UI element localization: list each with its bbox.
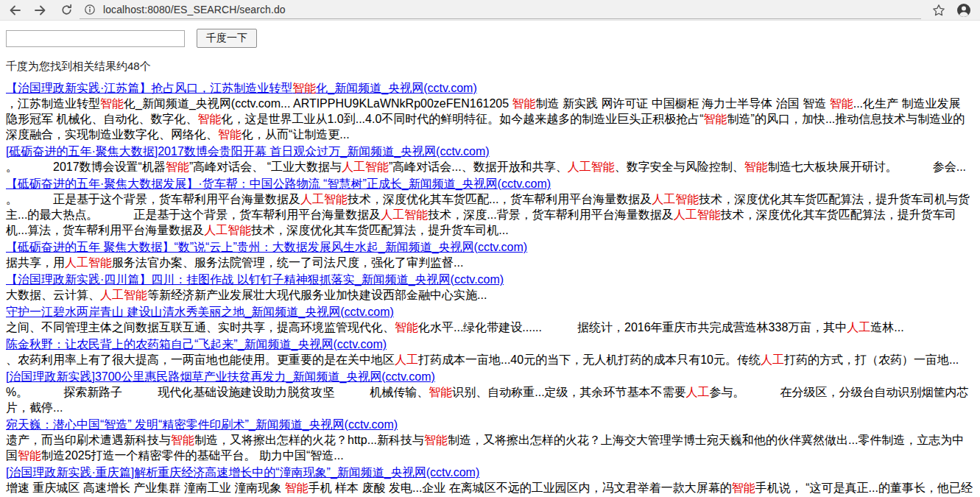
page-info-icon[interactable] [82, 2, 97, 17]
refresh-icon[interactable] [59, 3, 74, 18]
result-snippet: 之间、不同管理主体之间数据互联互通、实时共享，提高环境监管现代化、智能化水平..… [6, 320, 974, 335]
result-title-line: 【砥砺奋进的五年 聚焦大数据】“数”说“云上”贵州：大数据发展风生水起_新闻频道… [6, 239, 974, 255]
search-input[interactable] [6, 30, 185, 47]
result-snippet: 遗产，而当印刷术遭遇新科技与智能制造，又将擦出怎样的火花？http...新科技与… [6, 432, 974, 463]
result-title-line: 【治国理政新实践·四川篇】四川：挂图作战 以钉钉子精神狠抓落实_新闻频道_央视网… [6, 272, 974, 287]
highlighted-term: 人工智能 [342, 161, 389, 173]
highlighted-term: 人工智能 [568, 161, 615, 173]
text-segment: 化_新闻频道_央视网(cctv.com) [316, 82, 476, 94]
result-title-link[interactable]: 陈金秋野：让农民背上的农药箱自己“飞起来”_新闻频道_央视网(cctv.com) [6, 338, 387, 350]
text-segment: 。 2017数博会设置“机器 [6, 161, 166, 173]
profile-icon[interactable] [956, 3, 971, 18]
toolbar-right-group [931, 3, 971, 18]
highlighted-term: 智能 [512, 97, 536, 110]
search-button[interactable]: 千度一下 [197, 29, 257, 48]
search-result: 【治国理政新实践·江苏篇】抢占风口，江苏制造业转型智能化_新闻频道_央视网(cc… [6, 80, 974, 142]
search-result: 【砥砺奋进的五年·聚焦大数据发展】·货车帮：中国公路物流 “智慧树”正成长_新闻… [6, 176, 974, 238]
text-segment: 【治国理政新实践·四川篇】四川：挂图作战 以钉钉子精神狠抓落实_新闻频道_央视网… [6, 273, 504, 286]
nav-button-group [7, 3, 74, 18]
text-segment: ”高峰对话会...、数据开放和共享、 [389, 161, 568, 173]
highlighted-term: 智能 [424, 434, 448, 446]
text-segment: 打药成本一亩地...40元的当下，无人机打药的成本只有10元。传统 [418, 353, 761, 366]
highlighted-term: 智能 [830, 97, 853, 110]
highlighted-term: 人工智能 [204, 224, 251, 236]
highlighted-term: 智能 [395, 321, 418, 334]
text-segment: 宛天巍：潜心中国“智造” 发明“精密零件印刷术”_新闻频道_央视网(cctv.c… [6, 418, 398, 431]
address-bar[interactable]: localhost:8080/ES_SEARCH/search.do [80, 1, 921, 19]
text-segment: ，江苏制造业转型 [6, 97, 100, 110]
browser-window: localhost:8080/ES_SEARCH/search.do 千度一下 … [0, 0, 980, 497]
highlighted-term: 人工智能 [381, 208, 428, 221]
text-segment: 手机 样本 废酸 发电...企业 在离城区不远的工业园区内，冯文君举着一款大屏幕… [309, 482, 732, 494]
result-title-link[interactable]: [砥砺奋进的五年·聚焦大数据]2017数博会贵阳开幕 首日观众过万_新闻频道_央… [6, 145, 490, 158]
result-title-link[interactable]: 【治国理政新实践·江苏篇】抢占风口，江苏制造业转型智能化_新闻频道_央视网(cc… [6, 82, 477, 94]
search-result: 【治国理政新实践·四川篇】四川：挂图作战 以钉钉子精神狠抓落实_新闻频道_央视网… [6, 272, 974, 303]
back-icon[interactable] [7, 3, 22, 18]
text-segment: 化，从而“让制造更... [242, 128, 350, 141]
highlighted-term: 人工 [761, 353, 784, 366]
text-segment: 、数字安全与风险控制、 [615, 161, 744, 173]
result-snippet: 大数据、云计算、人工智能等新经济新产业发展壮大现代服务业加快建设西部金融中心实施… [6, 287, 974, 303]
result-title-link[interactable]: 守护一江碧水两岸青山 建设山清水秀美丽之地_新闻频道_央视网(cctv.com) [6, 306, 394, 318]
highlighted-term: 智能 [285, 482, 309, 494]
text-segment: 增速 重庆城区 高速增长 产业集群 潼南工业 潼南现象 [6, 482, 285, 494]
text-segment: 等新经济新产业发展壮大现代服务业加快建设西部金融中心实施... [147, 289, 487, 301]
text-segment: 化水平...绿化带建设...... 据统计，2016年重庆市共完成营造林338万… [418, 321, 847, 334]
highlighted-term: 智能 [171, 434, 194, 446]
text-segment: 制造，又将擦出怎样的火花？http...新科技与 [194, 434, 424, 446]
search-result: 【砥砺奋进的五年 聚焦大数据】“数”说“云上”贵州：大数据发展风生水起_新闻频道… [6, 239, 974, 270]
result-title-link[interactable]: [治国理政新实践·重庆篇]解析重庆经济高速增长中的“潼南现象”_新闻频道_央视网… [6, 466, 479, 479]
text-segment: 大数据、云计算、 [6, 289, 100, 301]
result-snippet: ，江苏制造业转型智能化_新闻频道_央视网(cctv.com... ARTIPPH… [6, 96, 974, 142]
search-result: 陈金秋野：让农民背上的农药箱自己“飞起来”_新闻频道_央视网(cctv.com)… [6, 336, 974, 367]
result-title-line: 陈金秋野：让农民背上的农药箱自己“飞起来”_新闻频道_央视网(cctv.com) [6, 336, 974, 352]
highlighted-term: 人工智能 [652, 193, 699, 205]
text-segment: 守护一江碧水两岸青山 建设山清水秀美丽之地_新闻频道_央视网(cctv.com) [6, 306, 394, 318]
result-title-line: 【治国理政新实践·江苏篇】抢占风口，江苏制造业转型智能化_新闻频道_央视网(cc… [6, 80, 974, 96]
text-segment: [治国理政新实践·重庆篇]解析重庆经济高速增长中的“潼南现象”_新闻频道_央视网… [6, 466, 479, 479]
search-result: 宛天巍：潜心中国“智造” 发明“精密零件印刷术”_新闻频道_央视网(cctv.c… [6, 417, 974, 463]
highlighted-term: 人工智能 [65, 256, 112, 269]
highlighted-term: 智能 [732, 482, 755, 494]
highlighted-term: 人工智能 [674, 208, 721, 221]
text-segment: 技术，深度...背景，货车帮利用平台海量数据及 [428, 208, 673, 221]
text-segment: 之间、不同管理主体之间数据互联互通、实时共享，提高环境监管现代化、 [6, 321, 395, 334]
highlighted-term: 人工智能 [300, 193, 348, 205]
text-segment: 技术，深度优化其车货匹配...，货车帮利用平台海量数据及 [348, 193, 652, 205]
result-title-link[interactable]: 【砥砺奋进的五年 聚焦大数据】“数”说“云上”贵州：大数据发展风生水起_新闻频道… [6, 241, 527, 253]
result-snippet: 据共享，用人工智能服务法官办案、服务法院管理，统一了司法尺度，强化了审判监督..… [6, 255, 974, 270]
text-segment: 造林... [870, 321, 903, 334]
text-segment: [治国理政新实践]3700公里惠民路烟草产业扶贫再发力_新闻频道_央视网(cct… [6, 370, 435, 383]
result-snippet: 增速 重庆城区 高速增长 产业集群 潼南工业 潼南现象 智能手机 样本 废酸 发… [6, 480, 974, 497]
text-segment: 、农药利用率上有了很大提高，一两亩地也能使用。更重要的是在关中地区 [6, 353, 395, 366]
text-segment: 制造 新实践 网许可证 中国橱柜 海力士半导体 治国 智造 [536, 97, 830, 110]
results-summary: 千度为您找到相关结果约48个 [6, 60, 974, 74]
highlighted-term: 智能 [704, 113, 727, 125]
highlighted-term: 智能 [218, 128, 242, 141]
highlighted-term: 人工 [847, 321, 870, 334]
search-result: 守护一江碧水两岸青山 建设山清水秀美丽之地_新闻频道_央视网(cctv.com)… [6, 304, 974, 335]
highlighted-term: 智能 [100, 97, 124, 110]
text-segment: 【砥砺奋进的五年·聚焦大数据发展】·货车帮：中国公路物流 “智慧树”正成长_新闻… [6, 177, 551, 190]
text-segment: 【治国理政新实践·江苏篇】抢占风口，江苏制造业转型 [6, 82, 292, 94]
text-segment: 识别、自动称重...定级，其余环节基本不需要 [452, 386, 685, 398]
url-text[interactable]: localhost:8080/ES_SEARCH/search.do [103, 4, 286, 15]
browser-toolbar: localhost:8080/ES_SEARCH/search.do [0, 0, 980, 21]
highlighted-term: 智能 [197, 113, 221, 125]
text-segment: 制造七大板块展开研讨。 参会... [768, 161, 966, 173]
result-title-link[interactable]: [治国理政新实践]3700公里惠民路烟草产业扶贫再发力_新闻频道_央视网(cct… [6, 370, 435, 383]
result-snippet: 、农药利用率上有了很大提高，一两亩地也能使用。更重要的是在关中地区人工打药成本一… [6, 352, 974, 367]
text-segment: 化_新闻频道_央视网(cctv.com... ARTIPPHU9KLaWNkRp… [124, 97, 512, 110]
result-title-line: 守护一江碧水两岸青山 建设山清水秀美丽之地_新闻频道_央视网(cctv.com) [6, 304, 974, 320]
search-page: 千度一下 千度为您找到相关结果约48个 【治国理政新实践·江苏篇】抢占风口，江苏… [0, 21, 980, 497]
forward-icon[interactable] [33, 3, 48, 18]
search-results: 【治国理政新实践·江苏篇】抢占风口，江苏制造业转型智能化_新闻频道_央视网(cc… [6, 80, 974, 497]
search-bar: 千度一下 [6, 29, 974, 48]
highlighted-term: 智能 [166, 161, 189, 173]
text-segment: 据共享，用 [6, 256, 65, 269]
bookmark-star-icon[interactable] [931, 3, 946, 18]
result-title-link[interactable]: 宛天巍：潜心中国“智造” 发明“精密零件印刷术”_新闻频道_央视网(cctv.c… [6, 418, 398, 431]
text-segment: 遗产，而当印刷术遭遇新科技与 [6, 434, 171, 446]
result-title-link[interactable]: 【治国理政新实践·四川篇】四川：挂图作战 以钉钉子精神狠抓落实_新闻频道_央视网… [6, 273, 504, 286]
result-title-link[interactable]: 【砥砺奋进的五年·聚焦大数据发展】·货车帮：中国公路物流 “智慧树”正成长_新闻… [6, 177, 551, 190]
